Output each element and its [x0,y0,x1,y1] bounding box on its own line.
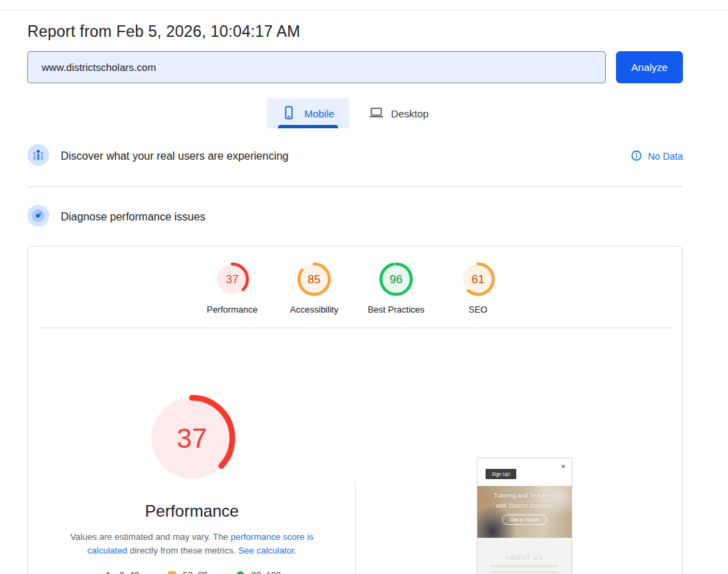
triangle-icon [103,571,113,574]
legend-range: 50–89 [183,570,208,574]
score-gauge-seo[interactable]: 61 SEO [440,261,516,315]
score-label: Accessibility [290,304,339,315]
performance-gauge: 37 [148,394,236,485]
screenshot-close-icon: × [561,463,565,470]
hero-text-line: with District Scholars [477,501,572,511]
header-bar [0,0,728,10]
legend-item-triangle: 0–49 [103,570,139,574]
disclaimer-text: directly from these metrics. [127,545,238,556]
url-row: Analyze [27,51,683,83]
about-text-line [490,565,559,567]
performance-overview: 37 Performance Values are estimated and … [28,328,682,560]
score-legend: 0–4950–8990–100 [103,570,281,574]
legend-item-circle: 90–100 [236,570,281,574]
no-data-link[interactable]: No Data [631,150,683,163]
legend-range: 90–100 [251,570,281,574]
svg-text:96: 96 [390,273,403,286]
legend-item-square: 50–89 [168,570,208,574]
device-tabs: Mobile Desktop [27,98,683,128]
score-gauge-best-practices[interactable]: 96 Best Practices [359,261,434,315]
desktop-icon [369,105,384,122]
real-users-icon [27,144,49,169]
performance-gauge-column: 37 Performance Values are estimated and … [28,328,356,574]
field-data-title: Discover what your real users are experi… [61,150,619,162]
screenshot-hero-image: Tutoring and Test Prep with District Sch… [477,486,572,538]
square-icon [168,571,176,574]
see-calculator-link[interactable]: See calculator. [238,545,296,556]
field-data-section-header: Discover what your real users are experi… [27,128,683,186]
category-scores-row: 37 Performance 85 Accessibility 96 Best … [28,246,682,315]
score-label: Best Practices [367,304,424,315]
tab-mobile[interactable]: Mobile [267,98,348,128]
svg-text:61: 61 [472,273,485,286]
svg-text:37: 37 [177,423,208,453]
no-data-label: No Data [648,151,683,162]
score-label: Performance [207,304,257,315]
score-gauge-accessibility[interactable]: 85 Accessibility [277,261,352,315]
diagnose-gauge-icon [27,205,49,229]
score-disclaimer: Values are estimated and may vary. The p… [65,530,319,558]
circle-icon [236,571,244,574]
final-screenshot-thumbnail[interactable]: Sign Up! × Tutoring and Test Prep with D… [477,457,572,574]
screenshot-header: Sign Up! × [477,458,572,486]
hero-cta-button: Get In Touch [502,515,547,525]
about-heading: ABOUT US [477,554,572,561]
legend-range: 0–49 [120,570,139,574]
page-title: Report from Feb 5, 2026, 10:04:17 AM [27,23,683,41]
tab-desktop[interactable]: Desktop [354,98,443,128]
screenshot-about-section: ABOUT US [477,538,572,574]
lab-data-title: Diagnose performance issues [61,211,683,223]
screenshot-signup-button: Sign Up! [486,469,516,479]
svg-text:37: 37 [226,273,239,286]
info-icon [631,150,642,163]
analyze-button[interactable]: Analyze [616,51,683,83]
hero-text-line: Tutoring and Test Prep [477,491,572,501]
url-input[interactable] [27,51,606,83]
lab-data-section-header: Diagnose performance issues [27,187,683,246]
vertical-divider [355,483,356,574]
active-tab-indicator [278,125,337,128]
score-gauge-performance[interactable]: 37 Performance [195,261,270,315]
tab-mobile-label: Mobile [304,108,334,119]
lighthouse-report-card: 37 Performance 85 Accessibility 96 Best … [27,246,683,574]
performance-title: Performance [145,502,238,521]
disclaimer-text: Values are estimated and may vary. The [70,532,231,542]
svg-text:85: 85 [308,273,321,286]
about-text-line [490,571,559,573]
mobile-icon [281,105,296,122]
score-label: SEO [468,304,487,315]
pagespeed-report: Report from Feb 5, 2026, 10:04:17 AM Ana… [27,23,683,574]
tab-desktop-label: Desktop [391,108,429,119]
